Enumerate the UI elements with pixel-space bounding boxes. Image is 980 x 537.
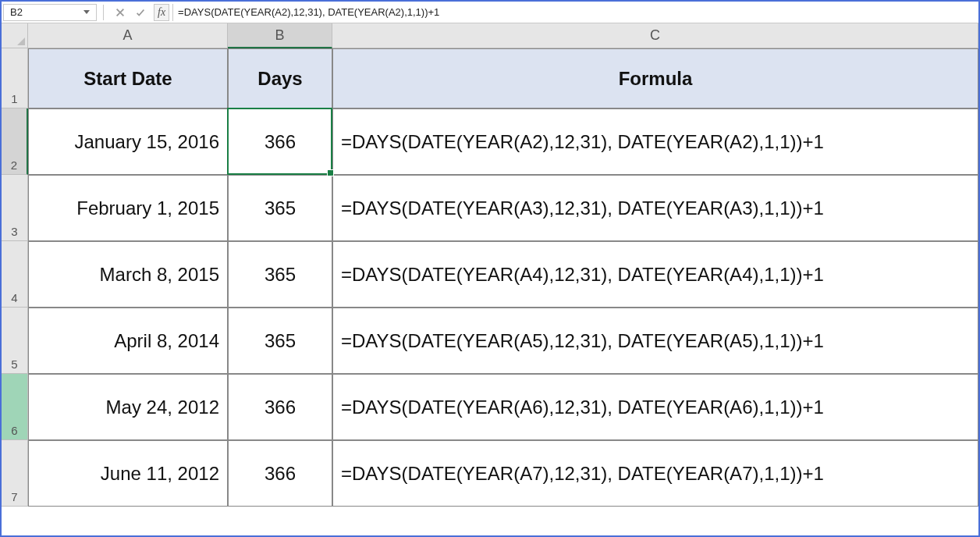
cell-days[interactable]: 365	[228, 241, 332, 308]
row-header-6[interactable]: 6	[2, 374, 28, 440]
cell-start_date[interactable]: March 8, 2015	[28, 241, 228, 308]
row-header-2[interactable]: 2	[2, 108, 28, 175]
cell-formula[interactable]: =DAYS(DATE(YEAR(A4),12,31), DATE(YEAR(A4…	[332, 241, 978, 308]
table-row: January 15, 2016366=DAYS(DATE(YEAR(A2),1…	[28, 108, 978, 175]
name-box-value: B2	[10, 6, 83, 18]
column-headers: A B C	[28, 23, 978, 48]
cell-start_date[interactable]: May 24, 2012	[28, 374, 228, 440]
row-headers: 1234567	[2, 48, 28, 507]
cell-formula[interactable]: =DAYS(DATE(YEAR(A3),12,31), DATE(YEAR(A3…	[332, 175, 978, 241]
cell-start_date[interactable]: January 15, 2016	[28, 108, 228, 175]
enter-icon[interactable]	[132, 4, 149, 21]
column-header-c[interactable]: C	[332, 23, 978, 48]
cell-formula[interactable]: =DAYS(DATE(YEAR(A6),12,31), DATE(YEAR(A6…	[332, 374, 978, 440]
table-row: February 1, 2015365=DAYS(DATE(YEAR(A3),1…	[28, 175, 978, 241]
column-header-a[interactable]: A	[28, 23, 228, 48]
formula-bar: B2 fx =DAYS(DATE(YEAR(A2),12,31), DATE(Y…	[2, 2, 978, 23]
table-row: June 11, 2012366=DAYS(DATE(YEAR(A7),12,3…	[28, 440, 978, 507]
row-header-1[interactable]: 1	[2, 48, 28, 108]
formula-input[interactable]: =DAYS(DATE(YEAR(A2),12,31), DATE(YEAR(A2…	[172, 4, 978, 21]
name-box[interactable]: B2	[3, 4, 97, 21]
separator	[103, 5, 104, 20]
cell-days[interactable]: 365	[228, 175, 332, 241]
cell-days[interactable]: 366	[228, 108, 332, 175]
cells-area: Start DateDaysFormulaJanuary 15, 2016366…	[28, 48, 978, 535]
row-header-3[interactable]: 3	[2, 175, 28, 241]
cell-formula[interactable]: =DAYS(DATE(YEAR(A2),12,31), DATE(YEAR(A2…	[332, 108, 978, 175]
cell-formula[interactable]: =DAYS(DATE(YEAR(A7),12,31), DATE(YEAR(A7…	[332, 440, 978, 507]
table-row: May 24, 2012366=DAYS(DATE(YEAR(A6),12,31…	[28, 374, 978, 440]
fx-button[interactable]: fx	[154, 4, 169, 21]
header-cell-days[interactable]: Days	[228, 48, 332, 108]
column-header-b[interactable]: B	[228, 23, 332, 48]
row-header-4[interactable]: 4	[2, 241, 28, 308]
cell-days[interactable]: 365	[228, 308, 332, 374]
cell-days[interactable]: 366	[228, 440, 332, 507]
header-cell-start_date[interactable]: Start Date	[28, 48, 228, 108]
table-row: March 8, 2015365=DAYS(DATE(YEAR(A4),12,3…	[28, 241, 978, 308]
chevron-down-icon[interactable]	[83, 10, 90, 14]
cell-formula[interactable]: =DAYS(DATE(YEAR(A5),12,31), DATE(YEAR(A5…	[332, 308, 978, 374]
row-header-5[interactable]: 5	[2, 308, 28, 374]
header-cell-formula[interactable]: Formula	[332, 48, 978, 108]
table-row: April 8, 2014365=DAYS(DATE(YEAR(A5),12,3…	[28, 308, 978, 374]
cancel-icon[interactable]	[112, 4, 129, 21]
cell-days[interactable]: 366	[228, 374, 332, 440]
spreadsheet: A B C 1234567 Start DateDaysFormulaJanua…	[2, 23, 978, 535]
select-all-corner[interactable]	[2, 23, 28, 48]
cell-start_date[interactable]: April 8, 2014	[28, 308, 228, 374]
cell-start_date[interactable]: February 1, 2015	[28, 175, 228, 241]
cell-start_date[interactable]: June 11, 2012	[28, 440, 228, 507]
row-header-7[interactable]: 7	[2, 440, 28, 507]
